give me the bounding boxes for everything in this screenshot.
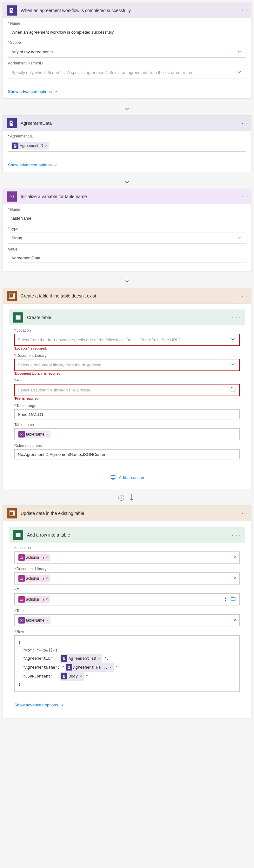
adobe-sign-icon bbox=[7, 5, 17, 16]
file-label: File bbox=[14, 378, 240, 383]
ar-location-label: Location bbox=[14, 546, 240, 550]
var-name-input[interactable]: tableName bbox=[8, 213, 246, 223]
scope2-menu[interactable]: · · · bbox=[239, 511, 247, 516]
fx-token[interactable]: fx actions(...) × bbox=[18, 554, 50, 561]
ar-file-input[interactable]: fx actions(...) × ▲▼ bbox=[14, 593, 240, 606]
info-icon[interactable]: i bbox=[119, 495, 124, 501]
columns-input[interactable]: No,AgreementID,AgreementName,JSONContent bbox=[14, 449, 240, 459]
add-action-button[interactable]: Add an action bbox=[9, 468, 245, 484]
stepper[interactable]: ▲▼ bbox=[223, 597, 228, 602]
agreement-data-header[interactable]: AgreementData · · · bbox=[3, 116, 251, 131]
row-line: "No": "=Row()-1", bbox=[19, 646, 235, 654]
agreement-id-input[interactable]: Agreement ID × bbox=[8, 140, 246, 152]
agreement-select[interactable]: Specify only when "Scope" is "A specific… bbox=[8, 67, 246, 79]
init-variable-menu[interactable]: · · · bbox=[239, 194, 247, 199]
show-advanced-link[interactable]: Show advanced options bbox=[3, 87, 251, 98]
init-variable-header[interactable]: Initialize a variable for table name · ·… bbox=[3, 189, 251, 204]
ar-doclib-label: Document Library bbox=[14, 567, 240, 571]
trigger-header[interactable]: When an agreement workflow is completed … bbox=[3, 3, 251, 18]
scope2-header[interactable]: Update data in the existing table · · · bbox=[3, 506, 251, 521]
create-table-menu[interactable]: · · · bbox=[232, 315, 241, 320]
columns-label: Columns names bbox=[14, 443, 240, 448]
remove-token-icon[interactable]: × bbox=[109, 663, 112, 671]
adobe-sign-icon bbox=[12, 143, 19, 149]
trigger-menu[interactable]: · · · bbox=[239, 8, 247, 13]
var-value-input[interactable]: AgreementData bbox=[8, 253, 246, 263]
var-type-select[interactable]: String bbox=[8, 232, 246, 244]
agreement-label: Agreement Name/ID bbox=[8, 61, 246, 65]
remove-token-icon[interactable]: × bbox=[98, 655, 100, 662]
agreement-name-token[interactable]: Agreement Na... × bbox=[65, 663, 114, 672]
ar-row-label: Row bbox=[14, 629, 240, 634]
agreement-id-token[interactable]: Agreement ID × bbox=[60, 654, 102, 663]
clear-icon[interactable]: × bbox=[231, 618, 236, 623]
tablename-token[interactable]: {x} tableName × bbox=[18, 617, 51, 624]
adobe-sign-icon bbox=[61, 655, 67, 662]
range-input[interactable]: Sheet1!A1:D1 bbox=[14, 409, 240, 420]
doclib-label: Document Library bbox=[14, 353, 240, 358]
adobe-sign-icon bbox=[7, 118, 17, 128]
tablename-input[interactable]: {x} tableName × bbox=[14, 428, 240, 440]
doclib-error: 'Document Library' is required. bbox=[14, 371, 240, 375]
tablename-token[interactable]: {x} tableName × bbox=[18, 431, 51, 438]
create-table-header[interactable]: Create table · · · bbox=[9, 310, 245, 325]
scope-select[interactable]: Any of my agreements bbox=[8, 46, 246, 58]
variable-icon bbox=[7, 191, 17, 202]
var-type-label: Type bbox=[8, 226, 246, 231]
scope-create-table-card: Create a table if the table doesn't exis… bbox=[3, 288, 251, 490]
clear-icon[interactable]: × bbox=[231, 576, 236, 581]
adobe-sign-icon bbox=[66, 664, 72, 671]
file-error: 'File' is required. bbox=[14, 397, 240, 400]
fx-token[interactable]: fx actions(...) × bbox=[18, 596, 50, 603]
chevron-down-icon bbox=[236, 69, 243, 76]
name-input[interactable]: When an agreement workflow is completed … bbox=[8, 27, 246, 37]
range-label: Table range bbox=[14, 404, 240, 408]
chevron-down-icon bbox=[230, 336, 236, 343]
ar-location-input[interactable]: fx actions(...) × × bbox=[14, 552, 240, 563]
remove-token-icon[interactable]: × bbox=[46, 576, 48, 581]
var-name-label: Name bbox=[8, 207, 246, 212]
clear-icon[interactable]: × bbox=[231, 555, 236, 560]
file-browse-icon[interactable] bbox=[228, 386, 236, 394]
remove-token-icon[interactable]: × bbox=[46, 597, 48, 601]
scope-icon bbox=[7, 508, 17, 519]
remove-token-icon[interactable]: × bbox=[46, 618, 49, 623]
show-advanced-link[interactable]: Show advanced options bbox=[3, 160, 251, 172]
remove-token-icon[interactable]: × bbox=[46, 555, 48, 560]
scope1-header[interactable]: Create a table if the table doesn't exis… bbox=[3, 288, 251, 304]
doclib-select[interactable]: Select a document library from the drop-… bbox=[14, 359, 240, 371]
body-token[interactable]: Body × bbox=[60, 672, 84, 681]
ar-table-input[interactable]: {x} tableName × × bbox=[14, 614, 240, 626]
row-json-editor[interactable]: { "No": "=Row()-1", "AgreementID": " Agr… bbox=[14, 635, 240, 692]
remove-token-icon[interactable]: × bbox=[46, 432, 49, 437]
flow-arrow-info: i bbox=[3, 490, 251, 505]
add-row-card: Add a row into a table · · · Location fx… bbox=[9, 527, 245, 712]
fx-token[interactable]: fx actions(...) × bbox=[18, 575, 50, 582]
add-row-menu[interactable]: · · · bbox=[232, 533, 241, 537]
row-line: "AgreementID": " Agreement ID × ", bbox=[19, 654, 235, 663]
chevron-down-icon bbox=[236, 234, 243, 242]
scope-icon bbox=[7, 291, 17, 301]
agreement-id-token[interactable]: Agreement ID × bbox=[11, 142, 49, 150]
flow-arrow bbox=[3, 99, 251, 115]
flow-arrow bbox=[3, 272, 251, 288]
remove-token-icon[interactable]: × bbox=[45, 144, 47, 148]
agreement-data-title: AgreementData bbox=[21, 121, 239, 126]
ar-doclib-input[interactable]: fx actions(...) × × bbox=[14, 572, 240, 585]
fx-icon: fx bbox=[19, 575, 25, 582]
show-advanced-link[interactable]: Show advanced options bbox=[9, 700, 245, 712]
file-browse-icon[interactable] bbox=[228, 596, 236, 603]
location-select[interactable]: Select from the drop-down or specify one… bbox=[14, 334, 240, 346]
excel-icon bbox=[13, 530, 23, 540]
location-error: 'Location' is required. bbox=[14, 346, 240, 350]
agreement-data-menu[interactable]: · · · bbox=[239, 121, 247, 126]
add-row-title: Add a row into a table bbox=[27, 532, 232, 537]
remove-token-icon[interactable]: × bbox=[80, 673, 82, 680]
create-table-card: Create table · · · Location Select from … bbox=[9, 310, 245, 468]
flow-arrow bbox=[3, 172, 251, 189]
agreement-data-card: AgreementData · · · Agreement ID Agreeme… bbox=[3, 115, 251, 172]
file-input[interactable]: Select an Excel file through File Browse… bbox=[14, 384, 240, 396]
location-label: Location bbox=[14, 328, 240, 333]
add-row-header[interactable]: Add a row into a table · · · bbox=[9, 527, 245, 542]
scope1-menu[interactable]: · · · bbox=[239, 294, 247, 299]
